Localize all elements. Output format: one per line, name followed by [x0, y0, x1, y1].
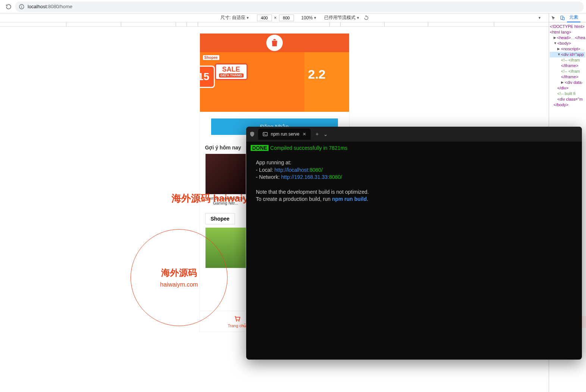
- inspect-icon[interactable]: [549, 13, 558, 22]
- dom-line[interactable]: ▶<head>…</hea: [550, 35, 585, 41]
- svg-point-3: [236, 320, 237, 322]
- term-line: - Local:: [256, 167, 275, 173]
- app-header: [200, 34, 349, 52]
- zoom-label: 100%: [301, 15, 313, 20]
- sale-badge: SALE GIỮA THÁNG: [215, 63, 248, 80]
- reload-icon[interactable]: [5, 3, 12, 10]
- throttle-label: 已停用节流模式: [324, 15, 355, 21]
- browser-address-bar: localhost:8080/home: [0, 0, 586, 13]
- terminal-body[interactable]: DONE Compiled successfully in 7821ms App…: [246, 142, 582, 206]
- dom-line[interactable]: <html lang>: [550, 29, 585, 35]
- svg-point-4: [238, 320, 239, 322]
- term-line: Note that the development build is not o…: [256, 189, 577, 196]
- responsive-label: 尺寸: 自适应: [220, 15, 245, 21]
- url-input[interactable]: localhost:8080/home: [15, 1, 584, 12]
- close-tab-icon[interactable]: ✕: [303, 132, 306, 137]
- compiled-msg: Compiled successfully in 7821ms: [269, 145, 347, 151]
- dimensions-group: ×: [257, 15, 294, 21]
- shopee-logo-icon[interactable]: [266, 35, 283, 51]
- terminal-tab[interactable]: npm run serve ✕: [258, 129, 311, 140]
- product-card[interactable]: [205, 227, 246, 268]
- terminal-tab-title: npm run serve: [271, 132, 300, 137]
- shop-tab[interactable]: Shopee: [205, 213, 235, 224]
- dom-line[interactable]: <div class="m: [550, 97, 585, 102]
- network-port: 8080/: [329, 174, 342, 180]
- sale-subtext: GIỮA THÁNG: [219, 73, 244, 78]
- local-port: 8080/: [310, 167, 323, 173]
- rotate-icon[interactable]: [363, 15, 369, 21]
- dimension-x: ×: [274, 15, 277, 20]
- svg-rect-2: [21, 6, 22, 8]
- product-card[interactable]: combo Lapotop Acer Gaming Nitr...: [205, 154, 246, 206]
- svg-rect-6: [563, 17, 564, 20]
- elements-tab[interactable]: 元素: [567, 13, 580, 22]
- throttle-dropdown[interactable]: 已停用节流模式▼: [324, 15, 360, 21]
- device-toggle-icon[interactable]: [558, 13, 567, 22]
- height-input[interactable]: [279, 15, 294, 21]
- devtools-tabs: 元素: [549, 13, 586, 22]
- dom-line[interactable]: <!-- <ifram: [550, 69, 585, 74]
- product-name: combo Lapotop Acer Gaming Nitr...: [205, 196, 246, 206]
- devtools-device-toolbar: 尺寸: 自适应▼ × 100%▼ 已停用节流模式▼ ▼: [0, 13, 586, 22]
- nav-home-label: Trang chủ: [228, 323, 246, 328]
- site-info-icon[interactable]: [19, 4, 25, 10]
- url-host: localhost:: [28, 4, 48, 9]
- dom-line[interactable]: <!DOCTYPE html>: [550, 24, 585, 29]
- network-url[interactable]: http://192.168.31.33:: [281, 174, 329, 180]
- done-badge: DONE: [251, 145, 269, 151]
- dom-line[interactable]: ▶<div data-: [550, 80, 585, 85]
- term-line: .: [367, 196, 368, 202]
- url-path: 8080/home: [48, 4, 72, 9]
- dom-tree[interactable]: <!DOCTYPE html> <html lang> ▶<head>…</he…: [549, 22, 586, 109]
- shield-icon: [249, 131, 255, 137]
- responsive-dropdown[interactable]: 尺寸: 自适应▼: [220, 15, 250, 21]
- dom-line[interactable]: </div>: [550, 85, 585, 91]
- dom-line[interactable]: </iframe>: [550, 74, 585, 80]
- promo-banner[interactable]: Shopee 15 SALE GIỮA THÁNG 2.2: [200, 52, 349, 112]
- term-line: To create a production build, run: [256, 196, 332, 202]
- dom-line[interactable]: ▶<noscript>…: [550, 46, 585, 52]
- svg-point-1: [21, 5, 22, 6]
- dom-line-selected[interactable]: ▼<div id="app: [550, 52, 585, 57]
- terminal-window: npm run serve ✕ ＋ ⌄ DONE Compiled succes…: [246, 127, 582, 360]
- watermark-center: 海外源码: [160, 266, 198, 280]
- product-image: [205, 227, 246, 268]
- banner-tag: Shopee: [203, 55, 219, 60]
- terminal-titlebar[interactable]: npm run serve ✕ ＋ ⌄: [246, 127, 582, 142]
- build-cmd: npm run build: [332, 196, 367, 202]
- terminal-icon: [263, 132, 268, 137]
- tab-dropdown-icon[interactable]: ⌄: [323, 131, 328, 137]
- svg-rect-7: [263, 132, 267, 136]
- product-image: [205, 154, 246, 195]
- sale-text: SALE: [222, 66, 240, 73]
- zoom-dropdown[interactable]: 100%▼: [301, 15, 317, 20]
- local-url[interactable]: http://localhost:: [275, 167, 310, 173]
- new-tab-icon[interactable]: ＋: [314, 131, 320, 137]
- dom-line[interactable]: ▼<body>: [550, 41, 585, 46]
- dom-line[interactable]: </body>: [550, 102, 585, 108]
- promo-22: 2.2: [308, 67, 326, 82]
- dom-line[interactable]: </iframe>: [550, 63, 585, 69]
- ruler: [0, 22, 549, 27]
- term-line: App running at:: [256, 159, 577, 167]
- cart-icon: [233, 314, 241, 323]
- width-input[interactable]: [257, 15, 272, 21]
- term-line: - Network:: [256, 174, 281, 180]
- more-dropdown-icon[interactable]: ▼: [538, 16, 541, 20]
- dom-line[interactable]: <!-- <ifram: [550, 57, 585, 63]
- dom-line[interactable]: <!-- built fi: [550, 91, 585, 97]
- watermark-url: haiwaiym.com: [160, 280, 198, 290]
